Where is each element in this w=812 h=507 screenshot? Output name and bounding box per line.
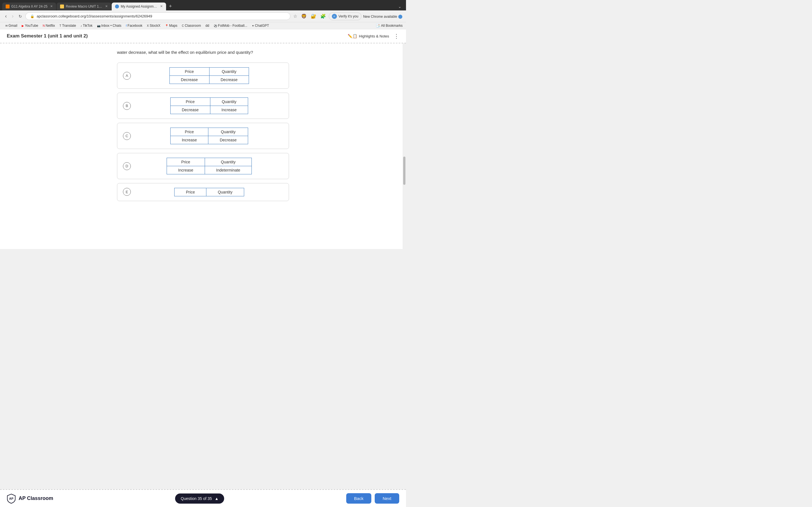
option-e-label: E — [123, 188, 131, 196]
tab-3-active[interactable]: My Assigned Assignments ✕ — [112, 3, 166, 10]
tab-2-close[interactable]: ✕ — [105, 4, 108, 8]
highlights-notes-button[interactable]: ✏️📋 Highlights & Notes — [348, 34, 389, 38]
address-bar[interactable]: 🔒 apclassroom.collegeboard.org/10/assess… — [26, 12, 290, 20]
option-c-content: Price Quantity Increase Decrease — [135, 128, 283, 144]
highlights-icon: ✏️📋 — [348, 34, 357, 38]
main-app-area: Exam Semester 1 (unit 1 and unit 2) ✏️📋 … — [0, 29, 406, 249]
bookmark-translate[interactable]: TTranslate — [57, 23, 78, 28]
scroll-thumb[interactable] — [403, 157, 405, 185]
tab-1[interactable]: G11 Algebra II AY 24-25 ✕ — [2, 3, 56, 10]
bookmark-netflix[interactable]: NNetflix — [41, 23, 57, 28]
reload-button[interactable]: ↻ — [17, 13, 24, 20]
forward-nav-button[interactable]: › — [10, 12, 15, 20]
all-bookmarks-link[interactable]: 📑 All Bookmarks — [375, 24, 403, 27]
bookmark-star-button[interactable]: ☆ — [292, 12, 298, 20]
option-e-content: Price Quantity — [135, 188, 283, 196]
bookmark-youtube[interactable]: ▶YouTube — [20, 23, 40, 28]
bookmark-classroom[interactable]: CClassroom — [180, 23, 203, 28]
tab-1-favicon — [6, 4, 10, 8]
bookmark-dd[interactable]: dd — [204, 23, 211, 28]
tab-2[interactable]: Review Macro UNIT 1 - Goog... ✕ — [57, 3, 111, 10]
tab-3-favicon — [115, 4, 119, 8]
bookmarks-bar: ✉Gmail ▶YouTube NNetflix TTranslate ♪Tik… — [0, 22, 406, 29]
verify-label: Verify it's you — [339, 14, 358, 18]
bookmark-stockx[interactable]: XStockX — [145, 23, 162, 28]
scroll-track[interactable] — [403, 43, 406, 249]
chrome-update-button[interactable]: New Chrome available ⬤ — [363, 14, 403, 18]
new-tab-button[interactable]: + — [167, 2, 174, 10]
app-header: Exam Semester 1 (unit 1 and unit 2) ✏️📋 … — [0, 29, 406, 43]
back-nav-button[interactable]: ‹ — [3, 12, 8, 20]
question-text: water decrease, what will be the effect … — [117, 49, 289, 56]
tab-1-close[interactable]: ✕ — [50, 4, 53, 8]
bookmark-facebook[interactable]: fFacebook — [124, 23, 144, 28]
option-a[interactable]: A Price Quantity Decrease Decrease — [117, 62, 289, 89]
option-a-content: Price Quantity Decrease Decrease — [135, 67, 283, 84]
tab-2-title: Review Macro UNIT 1 - Goog... — [66, 4, 102, 8]
address-text: apclassroom.collegeboard.org/10/assessme… — [37, 14, 152, 18]
option-d-label: D — [123, 162, 131, 170]
app-title: Exam Semester 1 (unit 1 and unit 2) — [7, 33, 88, 39]
option-b-content: Price Quantity Decrease Increase — [135, 98, 283, 114]
brave-icon-button[interactable]: 🦁 — [300, 12, 308, 20]
tab-1-title: G11 Algebra II AY 24-25 — [11, 4, 47, 8]
nav-bar: ‹ › ↻ 🔒 apclassroom.collegeboard.org/10/… — [0, 10, 406, 22]
browser-chrome: G11 Algebra II AY 24-25 ✕ Review Macro U… — [0, 0, 406, 29]
option-d[interactable]: D Price Quantity Increase Indeterminate — [117, 153, 289, 179]
option-c-label: C — [123, 132, 131, 140]
option-d-content: Price Quantity Increase Indeterminate — [135, 158, 283, 174]
bookmark-chatgpt[interactable]: ✦ChatGPT — [250, 23, 271, 28]
verify-avatar: A — [332, 14, 337, 19]
bookmark-tiktok[interactable]: ♪TikTok — [79, 23, 94, 28]
bookmark-gmail[interactable]: ✉Gmail — [3, 23, 19, 28]
highlights-label: Highlights & Notes — [359, 34, 389, 38]
bookmark-instagram[interactable]: 📷Inbox • Chats — [95, 23, 123, 28]
option-b-label: B — [123, 102, 131, 110]
option-e[interactable]: E Price Quantity — [117, 183, 289, 201]
bookmark-fotmob[interactable]: ⚽FotMob - Football... — [212, 23, 249, 28]
option-b[interactable]: B Price Quantity Decrease Increase — [117, 93, 289, 119]
option-c[interactable]: C Price Quantity Increase Decrease — [117, 123, 289, 149]
more-button[interactable]: ⋮ — [394, 33, 399, 39]
content-area: water decrease, what will be the effect … — [0, 43, 406, 249]
vpn-icon-button[interactable]: 🔐 — [310, 12, 317, 20]
tab-bar: G11 Algebra II AY 24-25 ✕ Review Macro U… — [0, 0, 406, 10]
verify-button[interactable]: A Verify it's you — [329, 12, 361, 20]
bookmark-maps[interactable]: 📍Maps — [163, 23, 179, 28]
address-lock-icon: 🔒 — [30, 14, 35, 18]
option-a-label: A — [123, 72, 131, 80]
extension-icon-button[interactable]: 🧩 — [319, 12, 327, 20]
tab-overflow-button[interactable]: ⌄ — [396, 3, 404, 10]
tab-3-close[interactable]: ✕ — [160, 4, 163, 8]
tab-3-title: My Assigned Assignments — [121, 4, 157, 8]
tab-2-favicon — [60, 4, 64, 8]
chrome-update-label: New Chrome available — [363, 15, 397, 18]
